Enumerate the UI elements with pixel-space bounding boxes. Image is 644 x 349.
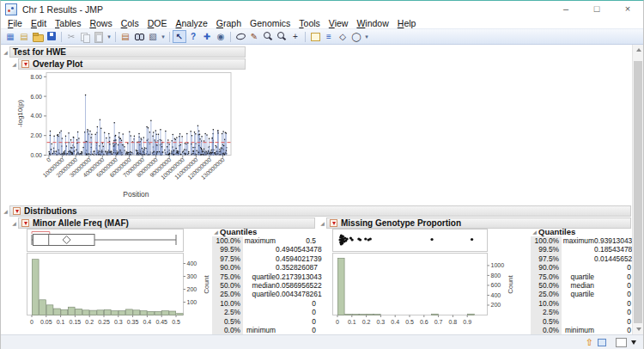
mgp-quantiles-panel: ◢ Quantiles 100.0%maximum0.939130434899.… — [531, 226, 631, 334]
journal-icon[interactable]: ▤ — [118, 30, 132, 43]
move-tool-icon[interactable]: ✚ — [200, 30, 214, 43]
menu-item-graph[interactable]: Graph — [212, 18, 246, 28]
maf-histogram-chart[interactable]: 00.050.10.150.20.250.30.350.40.450.51002… — [15, 228, 214, 334]
brush-tool-icon[interactable]: ✎ — [247, 30, 261, 43]
cut-icon[interactable]: ✂ — [64, 30, 78, 43]
svg-text:1000: 1000 — [491, 262, 505, 268]
svg-text:800: 800 — [491, 272, 501, 279]
menu-item-genomics[interactable]: Genomics — [246, 18, 295, 28]
menu-item-rows[interactable]: Rows — [85, 18, 116, 28]
red-triangle-menu-icon[interactable] — [21, 219, 29, 227]
svg-text:0.2: 0.2 — [85, 319, 94, 325]
home-window-icon[interactable]: ⇧ — [586, 338, 593, 346]
scroll-up-arrow-icon[interactable] — [633, 45, 643, 55]
outline-bar-overlay-plot[interactable]: Overlay Plot — [18, 58, 246, 70]
arrow-tool-icon[interactable]: ↖ — [173, 30, 186, 43]
quantile-row: 90.0%0 — [531, 263, 631, 272]
red-triangle-menu-icon[interactable] — [330, 219, 337, 227]
toolbar-separator — [61, 32, 62, 42]
find-icon[interactable] — [132, 30, 146, 43]
svg-text:Count: Count — [203, 275, 210, 294]
svg-text:0.15: 0.15 — [70, 319, 82, 325]
menu-item-analyze[interactable]: Analyze — [171, 18, 211, 28]
scrollbar-thumb[interactable] — [634, 61, 642, 323]
globe-tool-icon[interactable]: ◉ — [214, 30, 228, 43]
mgp-histogram-block: 00.10.20.30.40.50.60.70.80.9200400600800… — [325, 228, 528, 334]
svg-text:0.3: 0.3 — [114, 319, 123, 325]
disclosure-icon[interactable]: ◢ — [10, 220, 18, 226]
quantile-row: 100.0%maximum0.5 — [212, 236, 316, 245]
disclosure-icon[interactable]: ◢ — [10, 61, 18, 67]
mgp-histogram-chart[interactable]: 00.10.20.30.40.50.60.70.80.9200400600800… — [325, 228, 528, 334]
quantile-row: 99.5%0.1854347826 — [531, 245, 631, 254]
red-triangle-menu-icon[interactable] — [13, 207, 21, 215]
menu-item-edit[interactable]: Edit — [27, 18, 51, 28]
dropdown-caret-icon[interactable]: ▾ — [363, 30, 370, 43]
svg-text:400: 400 — [491, 292, 501, 298]
lasso-tool-icon[interactable] — [234, 30, 247, 43]
minimize-button[interactable]: – — [550, 1, 581, 17]
menu-item-tables[interactable]: Tables — [51, 18, 85, 28]
oval-tool-icon[interactable]: ◯ — [349, 30, 363, 43]
disclosure-icon[interactable]: ◢ — [319, 220, 326, 226]
outline-overlay-plot: ◢ Overlay Plot — [10, 58, 246, 70]
svg-text:8.00: 8.00 — [30, 74, 42, 80]
menu-item-cols[interactable]: Cols — [117, 18, 143, 28]
window-list-box[interactable] — [616, 338, 627, 347]
close-button[interactable]: × — [612, 1, 643, 17]
dropdown-caret-icon[interactable]: ▾ — [160, 30, 167, 43]
jmp-window: Chr 1 Results - JMP – □ × FileEditTables… — [0, 0, 644, 349]
outline-title: Test for HWE — [13, 47, 66, 57]
menu-item-file[interactable]: File — [3, 18, 27, 28]
menu-item-tools[interactable]: Tools — [295, 18, 325, 28]
annotate-tool-icon[interactable] — [308, 30, 322, 43]
menu-item-window[interactable]: Window — [352, 18, 392, 28]
vertical-scrollbar[interactable] — [632, 45, 643, 334]
crosshair-tool-icon[interactable]: + — [289, 30, 302, 43]
svg-text:0.5: 0.5 — [405, 319, 414, 325]
help-tool-icon[interactable]: ? — [186, 30, 200, 43]
quantile-row: 10.0%0 — [531, 299, 631, 308]
overlay-plot-chart[interactable]: 0.002.004.006.008.0001000000020000000300… — [15, 70, 248, 202]
toolbar-separator — [169, 32, 170, 42]
disclosure-icon[interactable]: ◢ — [2, 208, 9, 214]
menu-item-doe[interactable]: DOE — [143, 18, 172, 28]
toolbar-separator — [305, 32, 306, 42]
scroll-down-arrow-icon[interactable] — [633, 324, 643, 334]
outline-title: Minor Allele Freq (MAF) — [33, 218, 129, 228]
new-data-table-icon[interactable]: ▦ — [3, 30, 17, 43]
lines-tool-icon[interactable]: ≡ — [322, 30, 336, 43]
disclosure-icon[interactable]: ◢ — [531, 229, 538, 235]
maximize-button[interactable]: □ — [581, 1, 612, 17]
menu-item-view[interactable]: View — [325, 18, 353, 28]
new-script-icon[interactable]: ▤ — [17, 30, 31, 43]
svg-text:6.00: 6.00 — [30, 94, 42, 100]
disclosure-icon[interactable]: ◢ — [212, 229, 220, 235]
mgp-quantiles-table: 100.0%maximum0.939130434899.5%0.18543478… — [531, 236, 631, 334]
save-icon[interactable] — [45, 30, 58, 43]
open-icon[interactable] — [31, 30, 45, 43]
window-thumbnail-icon[interactable] — [598, 339, 606, 346]
svg-text:0.2: 0.2 — [362, 319, 371, 325]
svg-text:200: 200 — [491, 302, 501, 308]
menubar: FileEditTablesRowsColsDOEAnalyzeGraphGen… — [1, 17, 643, 28]
magnifier-tool-icon[interactable] — [275, 30, 289, 43]
layout-icon[interactable]: ▧ — [146, 30, 160, 43]
window-list-caret-icon[interactable] — [631, 340, 636, 345]
svg-text:0.35: 0.35 — [127, 319, 139, 325]
red-triangle-menu-icon[interactable] — [21, 60, 29, 68]
menu-item-help[interactable]: Help — [393, 18, 421, 28]
svg-text:0.4: 0.4 — [143, 319, 152, 325]
outline-bar-test-for-hwe[interactable]: Test for HWE — [9, 46, 246, 58]
svg-text:0.6: 0.6 — [420, 319, 428, 325]
paste-icon[interactable] — [92, 30, 106, 43]
disclosure-icon[interactable]: ◢ — [2, 49, 9, 55]
scroller-tool-icon[interactable] — [261, 30, 275, 43]
svg-text:300: 300 — [187, 273, 197, 279]
copy-icon[interactable] — [78, 30, 92, 43]
maf-quantiles-table: 100.0%maximum0.599.5%0.494054347897.5%0.… — [212, 236, 316, 334]
outline-bar-distributions[interactable]: Distributions — [9, 205, 631, 217]
svg-text:0: 0 — [336, 319, 339, 325]
dropdown-caret-icon[interactable]: ▾ — [106, 30, 112, 43]
polygon-tool-icon[interactable]: ◇ — [336, 30, 349, 43]
